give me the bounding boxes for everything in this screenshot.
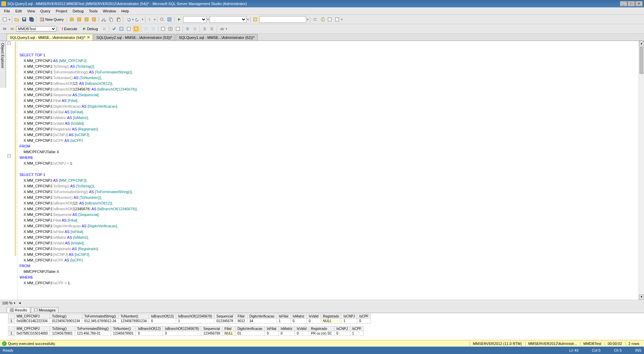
dmx-query-button[interactable] xyxy=(83,16,90,23)
column-header[interactable]: IsBranchOf(12345678) xyxy=(176,314,214,319)
menu-view[interactable]: View xyxy=(24,8,38,14)
menu-window[interactable]: Window xyxy=(100,8,119,14)
find-button[interactable] xyxy=(159,16,165,23)
menu-help[interactable]: Help xyxy=(119,8,132,14)
fold-icon[interactable]: − xyxy=(7,154,11,158)
connect-button[interactable] xyxy=(1,25,8,32)
outdent-button[interactable] xyxy=(209,25,215,32)
open-button[interactable] xyxy=(13,16,20,23)
db-engine-query-button[interactable] xyxy=(68,16,75,23)
column-header[interactable]: IsFilial xyxy=(265,327,278,331)
column-header[interactable]: IsBranchOf(12) xyxy=(149,314,176,319)
new-project-button[interactable] xyxy=(1,16,8,23)
cell[interactable]: 0 xyxy=(265,331,278,336)
paste-button[interactable] xyxy=(115,16,122,23)
menu-tools[interactable]: Tools xyxy=(86,8,100,14)
cell[interactable]: 1 xyxy=(350,331,364,336)
cell[interactable]: NULL xyxy=(222,331,235,336)
intellisense-button[interactable] xyxy=(133,25,140,32)
column-header[interactable]: ToString() xyxy=(50,327,75,331)
cell[interactable]: 12345678901234 xyxy=(118,319,149,323)
column-header[interactable]: IsCNPJ xyxy=(334,327,350,331)
column-header[interactable] xyxy=(8,314,15,319)
column-header[interactable]: ToNumber() xyxy=(118,314,149,319)
cell[interactable]: 0 xyxy=(278,331,294,336)
object-explorer-button[interactable] xyxy=(319,16,326,23)
cell[interactable]: 123.456.789-01 xyxy=(75,331,111,336)
cell[interactable]: 01 xyxy=(235,331,264,336)
estimated-plan-button[interactable] xyxy=(118,25,125,32)
redo-button[interactable] xyxy=(135,16,141,23)
cell[interactable]: 1 xyxy=(277,319,290,323)
undo-button[interactable] xyxy=(125,16,131,23)
cell[interactable]: 0x00BC614E222334 xyxy=(14,319,50,323)
cell[interactable]: 0 xyxy=(334,331,350,336)
results-text-button[interactable] xyxy=(160,25,166,32)
maximize-button[interactable]: □ xyxy=(628,1,635,6)
close-button[interactable]: ✕ xyxy=(635,1,643,6)
column-header[interactable]: Registrado xyxy=(321,314,341,319)
query-options-button[interactable] xyxy=(125,25,132,32)
result-grid-2[interactable]: MM_CPFCNPJToString()ToFormmatedString()T… xyxy=(8,326,364,336)
cell[interactable]: 9012 xyxy=(235,319,247,323)
cell[interactable]: 1 xyxy=(176,319,214,323)
cell[interactable]: 0x075BCD15014000 xyxy=(14,331,50,336)
column-header[interactable]: IsBranchOf(12) xyxy=(136,327,163,331)
menu-file[interactable]: File xyxy=(1,8,13,14)
cancel-query-button[interactable] xyxy=(101,25,108,32)
menu-query[interactable]: Query xyxy=(38,8,53,14)
column-header[interactable]: IsFilial xyxy=(277,314,290,319)
column-header[interactable]: IsCNPJ xyxy=(341,314,357,319)
menu-debug[interactable]: Debug xyxy=(70,8,86,14)
specify-values-button[interactable]: ab xyxy=(218,25,225,32)
cell[interactable]: 12345678901 xyxy=(111,331,136,336)
column-header[interactable]: ToNumber() xyxy=(111,327,136,331)
column-header[interactable] xyxy=(8,327,15,331)
column-header[interactable]: Registrado xyxy=(309,327,334,331)
cell[interactable]: 0 xyxy=(163,331,201,336)
zoom-dropdown-icon[interactable]: ▾ xyxy=(14,301,15,305)
sql-editor[interactable]: − − SELECT TOP 1 X.MM_CPFCNPJ AS [MM_CPF… xyxy=(0,41,644,300)
column-header[interactable]: IsMatriz xyxy=(278,327,294,331)
results-grid-button[interactable] xyxy=(167,25,174,32)
column-header[interactable]: Sequencial xyxy=(214,314,235,319)
database-select[interactable]: MMDBTest xyxy=(16,26,56,32)
comment-button[interactable] xyxy=(184,25,191,32)
cell[interactable]: 0 xyxy=(307,319,321,323)
object-explorer-sidetab[interactable]: Object Explorer xyxy=(0,41,6,88)
debug-target-select[interactable] xyxy=(183,16,207,23)
save-all-button[interactable] xyxy=(28,16,35,23)
scroll-up-button[interactable]: ▲ xyxy=(639,41,644,46)
cell[interactable]: 1 xyxy=(8,319,15,323)
column-header[interactable]: IsCPF xyxy=(357,314,371,319)
column-header[interactable]: ToString() xyxy=(50,314,82,319)
template-browser-button[interactable] xyxy=(326,16,333,23)
include-plan-button[interactable] xyxy=(143,25,149,32)
column-header[interactable]: IsMatriz xyxy=(290,314,307,319)
cell[interactable]: 0 xyxy=(357,319,371,323)
column-header[interactable]: Sequencial xyxy=(201,327,222,331)
start-debug-button[interactable] xyxy=(176,16,182,23)
column-header[interactable]: Filial xyxy=(222,327,235,331)
uncomment-button[interactable] xyxy=(192,25,198,32)
column-header[interactable]: DigitoVerificacao xyxy=(235,327,264,331)
cell[interactable]: 0 xyxy=(294,331,309,336)
cell[interactable]: 34 xyxy=(247,319,276,323)
cell[interactable]: 0 xyxy=(290,319,307,323)
find-input[interactable] xyxy=(259,16,306,23)
cell[interactable]: 12345678901 xyxy=(50,331,75,336)
tab-query1[interactable]: SQLQuery1.sql - MMSE...\Administrator (5… xyxy=(176,34,258,41)
change-connection-button[interactable] xyxy=(9,25,15,32)
column-header[interactable]: MM_CPFCNPJ xyxy=(14,314,50,319)
copy-button[interactable] xyxy=(108,16,114,23)
cell[interactable]: PR ou (or) SC xyxy=(309,331,334,336)
cell[interactable]: 012.345.678/9012-34 xyxy=(82,319,118,323)
cell[interactable]: NULL xyxy=(321,319,341,323)
column-header[interactable]: DigitoVerificacao xyxy=(247,314,276,319)
scroll-down-button[interactable]: ▼ xyxy=(639,294,644,300)
column-header[interactable]: Filial xyxy=(235,314,247,319)
close-icon[interactable]: ✕ xyxy=(87,35,90,40)
cell[interactable]: 123456789 xyxy=(201,331,222,336)
result-grid-1[interactable]: MM_CPFCNPJToString()ToFormmatedString()T… xyxy=(8,314,371,323)
messages-tab[interactable]: Messages xyxy=(31,307,59,313)
